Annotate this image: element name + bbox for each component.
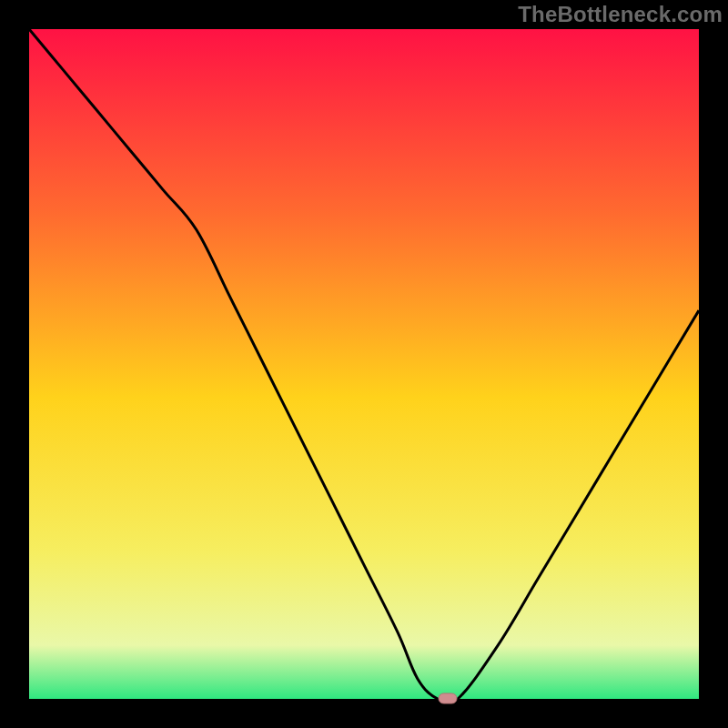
optimal-marker: [439, 693, 457, 703]
chart-frame: { "watermark": "TheBottleneck.com", "col…: [0, 0, 728, 728]
bottleneck-chart: [0, 0, 728, 728]
plot-background: [29, 29, 699, 699]
